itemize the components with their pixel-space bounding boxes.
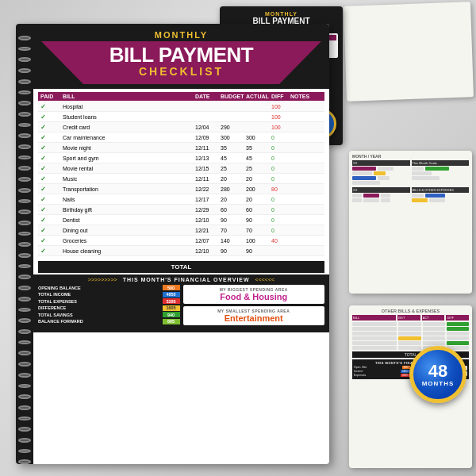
bill-actual: 25 [246,166,271,171]
spiral-coil [18,362,31,367]
book-header: MONTHLY BILL PAYMENT CHECKLIST [33,24,329,89]
spiral-coil [18,101,31,106]
table-row: ✓ Dentist 12/10 90 90 0 [38,215,324,225]
preview-br-fin-row: Expenses 3295 [354,374,410,377]
preview-cell [352,167,376,171]
preview-br-cell [447,332,469,336]
financial-overview-section: >>>>>>>>> THIS MONTH'S FINANCIAL OVERVIE… [33,274,329,332]
bill-actual: 45 [246,155,271,161]
fin-income-row: TOTAL INCOME 4850 [38,292,180,298]
smallest-spending-box: MY SMALLEST SPENDING AREA Entertainment [183,306,325,325]
col-paid-header: PAID [40,94,63,99]
preview-mid-header: MONTH / YEAR [352,154,469,159]
table-header: PAID BILL DATE BUDGET ACTUAL DIFF NOTES [38,92,324,101]
bill-budget: 45 [221,155,246,161]
preview-br-header: OTHER BILLS & EXPENSES [352,309,469,313]
fin-content: OPENING BALANCE 500 TOTAL INCOME 4850 TO… [38,282,324,330]
fin-overview-header: >>>>>>>>> THIS MONTH'S FINANCIAL OVERVIE… [38,277,324,282]
preview-data-row [412,194,470,198]
fin-expenses-label: TOTAL EXPENSES [38,299,77,304]
bill-diff: 80 [271,186,290,192]
preview-br-cell [398,327,420,331]
bill-actual: 20 [246,197,271,202]
preview-br-cell [423,336,445,340]
bill-actual: 60 [246,207,271,213]
preview-cell [378,167,393,171]
preview-mid-bottom: XX BILLS & OTHER EXPENSES [352,187,469,203]
bill-budget: 20 [221,197,246,202]
preview-cell [412,167,424,171]
bill-date: 12/07 [195,238,221,244]
main-book: MONTHLY BILL PAYMENT CHECKLIST PAID BILL… [16,24,329,464]
biggest-spending-value: Food & Food & HousingHousing [186,292,323,301]
preview-br-cell [398,346,420,350]
fin-difference-row: DIFFERENCE 1605 [38,305,180,311]
table-row: ✓ House cleaning 12/10 90 90 [38,246,324,256]
spiral-coil [18,459,31,464]
bill-name: Hospital [63,104,195,109]
preview-data-row [352,198,410,202]
bill-name: Student loans [63,114,195,120]
paid-check: ✓ [40,227,63,234]
preview-data-row [352,171,410,175]
preview-br-fin-label: Expenses [354,374,366,377]
preview-col-header: BILLS & OTHER EXPENSES [412,187,470,193]
preview-br-cell [352,322,397,326]
paid-check: ✓ [40,175,63,182]
spiral-coil [18,57,31,62]
total-row: TOTAL [38,261,324,273]
preview-cell [381,194,390,198]
preview-br-cell [398,332,420,336]
bill-diff: 100 [271,125,290,130]
preview-br-th-diff: DIFF [446,315,469,321]
fin-balance-forward-row: BALANCE FORWARD 665 [38,319,180,324]
bill-budget: 90 [221,217,246,223]
bill-name: Dentist [63,217,195,223]
fin-expenses-value: 3295 [163,298,180,304]
preview-col-header: This Month Goals [412,160,470,166]
bill-actual: 90 [246,217,271,223]
bill-name: Sport and gym [63,155,195,161]
spiral-binding [16,24,33,464]
bill-actual: 70 [246,228,271,233]
preview-cell [374,171,386,175]
preview-br-cell [447,322,469,326]
col-notes-header: NOTES [290,94,322,99]
bill-diff: 0 [271,155,290,161]
table-row: ✓ Groceries 12/07 140 100 40 [38,236,324,246]
preview-br-th-bill: BILL [352,315,396,321]
preview-cell [381,198,390,202]
bill-budget: 70 [221,228,246,233]
bill-name: Groceries [63,238,195,244]
preview-data-row [352,181,410,185]
bill-date: 12/22 [195,186,221,192]
biggest-spending-box: MY BIGGEST SPENDING AREA Food & Food & H… [183,285,325,304]
preview-br-fin-val: 4850 [401,370,410,373]
spiral-coil [18,449,31,454]
table-row: ✓ Dining out 12/21 70 70 0 [38,225,324,236]
paid-check: ✓ [40,186,63,193]
preview-br-fin-val: 3295 [401,374,410,377]
bill-budget: 140 [221,238,246,244]
paid-check: ✓ [40,165,63,172]
preview-cell [429,198,445,202]
table-row: ✓ Car maintenance 12/09 300 300 0 [38,132,324,143]
bill-name: Dining out [63,228,195,233]
checklist-label: CHECKLIST [73,65,290,78]
spiral-coil [18,253,31,258]
badge-label: MONTHS [422,380,455,387]
paid-check: ✓ [40,124,63,131]
fin-opening-label: OPENING BALANCE [38,286,81,290]
bill-budget: 20 [221,176,246,182]
preview-data-row [352,167,410,171]
paid-check: ✓ [40,155,63,162]
preview-data-row [352,176,410,180]
bill-name: Car maintenance [63,135,195,140]
fin-balance-forward-value: 665 [163,319,180,324]
spiral-coil [18,36,31,40]
preview-cell [425,167,449,171]
spiral-coil [18,286,31,290]
preview-br-row [352,336,469,340]
fin-right-col: MY BIGGEST SPENDING AREA Food & Food & H… [183,285,325,328]
bill-actual: 35 [246,145,271,151]
